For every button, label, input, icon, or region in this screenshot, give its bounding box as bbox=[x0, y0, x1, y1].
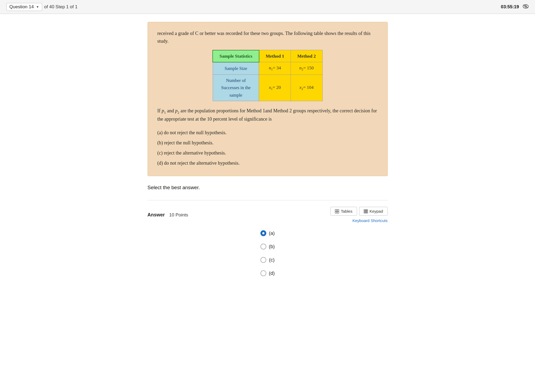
table-row-label-size: Sample Size bbox=[213, 62, 259, 75]
main-content: received a grade of C or better was reco… bbox=[137, 14, 398, 287]
question-options-list: (a) do not reject the null hypothesis. (… bbox=[157, 128, 378, 168]
svg-rect-13 bbox=[364, 212, 365, 213]
svg-rect-14 bbox=[365, 212, 366, 213]
question-body: If p1 and p2 are the population proporti… bbox=[157, 107, 378, 123]
answer-tools: Tables bbox=[330, 207, 387, 223]
question-box: received a grade of C or better was reco… bbox=[148, 22, 388, 176]
svg-rect-4 bbox=[337, 209, 339, 211]
svg-rect-9 bbox=[367, 209, 368, 211]
table-header-method2: Method 2 bbox=[291, 50, 322, 62]
question-selector[interactable]: Question 14 ▼ bbox=[6, 3, 42, 11]
radio-option-c[interactable]: (c) bbox=[260, 257, 275, 263]
answer-header: Answer 10 Points Tables bbox=[148, 207, 388, 223]
radio-circle-d bbox=[260, 270, 266, 276]
question-selector-label: Question 14 bbox=[9, 4, 34, 10]
question-option-a: (a) do not reject the null hypothesis. bbox=[157, 128, 378, 137]
answer-section: Answer 10 Points Tables bbox=[148, 200, 388, 276]
question-option-d: (d) do not reject the alternative hypoth… bbox=[157, 158, 378, 168]
tables-button-label: Tables bbox=[341, 209, 352, 213]
step-label: of 40 Step 1 of 1 bbox=[44, 4, 78, 10]
table-cell-x2: x2= 104 bbox=[291, 75, 322, 101]
question-intro: received a grade of C or better was reco… bbox=[157, 30, 378, 45]
keypad-button-label: Keypad bbox=[370, 209, 383, 213]
timer-display: 03:55:19 bbox=[501, 4, 519, 10]
radio-label-c: (c) bbox=[269, 257, 275, 263]
svg-rect-5 bbox=[335, 212, 337, 213]
table-cell-n2: n2= 150 bbox=[291, 62, 322, 75]
header-left: Question 14 ▼ of 40 Step 1 of 1 bbox=[6, 3, 77, 11]
table-cell-x1: x1= 20 bbox=[259, 75, 291, 101]
eye-icon[interactable] bbox=[523, 4, 529, 10]
question-option-b: (b) reject the null hypothesis. bbox=[157, 138, 378, 148]
radio-option-d[interactable]: (d) bbox=[260, 270, 275, 276]
tables-button[interactable]: Tables bbox=[330, 207, 357, 216]
svg-rect-3 bbox=[335, 209, 337, 211]
radio-circle-b bbox=[260, 244, 266, 250]
radio-circle-a bbox=[260, 230, 266, 236]
radio-label-d: (d) bbox=[269, 271, 275, 276]
radio-circle-c bbox=[260, 257, 266, 263]
keypad-button[interactable]: Keypad bbox=[359, 207, 388, 216]
svg-rect-12 bbox=[367, 211, 368, 212]
radio-label-b: (b) bbox=[269, 244, 275, 250]
table-cell-n1: n1= 34 bbox=[259, 62, 291, 75]
answer-label-group: Answer 10 Points bbox=[148, 212, 188, 218]
svg-rect-6 bbox=[337, 212, 339, 213]
stats-table: Sample Statistics Method 1 Method 2 Samp… bbox=[212, 50, 322, 101]
svg-rect-8 bbox=[365, 209, 366, 211]
radio-label-a: (a) bbox=[269, 231, 275, 236]
keypad-icon bbox=[364, 209, 368, 213]
chevron-down-icon: ▼ bbox=[36, 5, 39, 9]
table-row-label-successes: Number ofSuccesses in thesample bbox=[213, 75, 259, 101]
tables-icon bbox=[335, 209, 339, 213]
svg-rect-10 bbox=[364, 211, 365, 212]
answer-points: 10 Points bbox=[169, 212, 188, 217]
keyboard-shortcuts-link[interactable]: Keyboard Shortcuts bbox=[352, 218, 388, 223]
tool-buttons: Tables bbox=[330, 207, 387, 216]
radio-option-b[interactable]: (b) bbox=[260, 244, 275, 250]
select-best-label: Select the best answer. bbox=[148, 185, 388, 191]
radio-option-a[interactable]: (a) bbox=[260, 230, 275, 236]
page-header: Question 14 ▼ of 40 Step 1 of 1 03:55:19 bbox=[0, 0, 535, 14]
svg-rect-11 bbox=[365, 211, 366, 212]
header-right: 03:55:19 bbox=[501, 4, 529, 10]
table-header-method1: Method 1 bbox=[259, 50, 291, 62]
table-header-stats: Sample Statistics bbox=[213, 50, 259, 62]
question-option-c: (c) reject the alternative hypothesis. bbox=[157, 148, 378, 158]
svg-rect-15 bbox=[367, 212, 368, 213]
answer-label: Answer bbox=[148, 212, 165, 217]
radio-options-group: (a) (b) (c) (d) bbox=[148, 230, 388, 276]
svg-rect-7 bbox=[364, 209, 365, 211]
